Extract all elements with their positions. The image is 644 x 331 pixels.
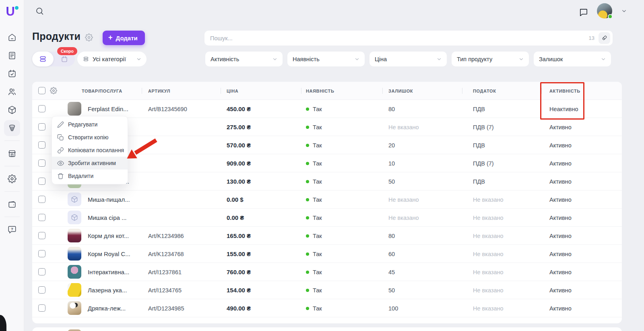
store-icon [8,149,17,158]
logo-dot [15,6,19,10]
row-checkbox[interactable] [38,178,45,185]
catalog-icon [8,106,17,114]
sidebar: U ? [0,0,24,331]
sidebar-item-support[interactable]: ? [4,221,20,238]
filter-dropdown[interactable]: Ціна [369,52,447,66]
add-product-button[interactable]: + Додати [103,31,145,45]
sidebar-item-wallet[interactable] [4,196,20,212]
table-row[interactable]: Ferplast Edin...Art/B12345690450.00 ₴Так… [32,100,622,118]
product-stock: 80 [388,100,395,118]
products-icon [8,124,17,132]
table-row[interactable]: Мишка сіра ...0.00 ₴ТакНе вказаноНе вказ… [32,209,622,227]
row-checkbox[interactable] [38,304,45,312]
sidebar-item-products[interactable] [4,120,20,136]
filter-dropdown[interactable]: Тип продукту [452,52,529,66]
list-icon [83,56,89,62]
product-availability: Так [306,190,322,209]
product-tax: ПДВ [473,136,485,154]
row-checkbox[interactable] [38,214,45,221]
table-row[interactable]: Миша-пищал...0.00 $ТакНе вказаноНе вказа… [32,190,622,209]
context-menu-item[interactable]: Редагувати [52,118,128,131]
product-price: 490.00 ₴ [227,299,251,317]
product-price: 165.00 ₴ [227,227,251,245]
table-row[interactable]: Лазерна ука...Art/I1234765154.00 ₴Так50Н… [32,281,622,299]
availability-dot [306,216,309,219]
product-activity: Неактивно [549,100,578,118]
availability-dot [306,289,309,292]
context-menu-item[interactable]: Зробити активним [52,157,128,170]
row-checkbox[interactable] [38,250,45,257]
link-icon [57,147,64,154]
row-checkbox[interactable] [38,141,45,149]
table-row[interactable]: Корм для кот...Art/K1234986165.00 ₴Так80… [32,227,622,245]
product-name: Миша-пищал... [88,190,130,209]
category-dropdown[interactable]: Усі категорії [77,52,147,66]
product-stock: 45 [388,263,395,281]
product-tax: Не вказано [473,190,504,209]
table-row[interactable]: Корм Royal C...Art/K1234768155.00 ₴Так60… [32,245,622,263]
filter-label: Тип продукту [457,56,518,62]
sidebar-divider [4,166,20,166]
sidebar-item-store[interactable] [4,145,20,161]
product-availability: Так [306,227,322,245]
filter-dropdown[interactable]: Активність [205,52,283,66]
row-checkbox[interactable] [38,123,45,130]
sidebar-nav: ? [0,29,24,238]
column-separator [221,88,221,94]
global-search-button[interactable] [35,7,44,15]
context-menu-item[interactable]: Копіювати посилання [52,144,128,157]
row-checkbox[interactable] [38,105,45,112]
product-activity: Активно [549,154,572,172]
sidebar-item-documents[interactable] [4,48,20,64]
chevron-down-icon [601,56,606,62]
column-header: ЗАЛИШОК [388,82,413,100]
chevron-down-icon [136,56,142,62]
table-settings-gear-icon[interactable] [50,87,57,94]
list-view-button[interactable] [32,52,54,66]
avatar[interactable] [597,3,612,19]
product-availability: Так [306,245,322,263]
trash-icon [57,173,64,180]
select-all-checkbox[interactable] [38,87,45,94]
product-price: 275.00 ₴ [227,118,251,136]
sidebar-item-home[interactable] [4,29,20,46]
search-input[interactable] [210,35,589,41]
row-checkbox[interactable] [38,159,45,167]
sidebar-item-calendar[interactable] [4,66,20,82]
row-checkbox[interactable] [38,286,45,294]
context-menu-item-label: Копіювати посилання [68,147,124,153]
row-checkbox[interactable] [38,268,45,275]
row-checkbox[interactable] [38,232,45,239]
sidebar-divider [4,191,20,192]
availability-dot [306,162,309,165]
product-article: Art/D1234985 [148,299,184,317]
next-table-row-partial [32,327,622,331]
availability-dot [306,198,309,201]
product-activity: Активно [549,281,572,299]
context-menu-item-label: Зробити активним [68,160,116,166]
context-menu-item[interactable]: Створити копію [52,131,128,144]
chevron-down-icon [354,56,360,62]
availability-dot [306,307,309,310]
clear-search-button[interactable] [599,32,610,44]
product-stock: 100 [388,299,398,317]
context-menu-item[interactable]: Видалити [52,170,128,182]
product-stock: Не вказано [388,209,419,227]
chat-icon[interactable] [579,8,588,17]
filter-dropdown[interactable]: Наявність [287,52,365,66]
table-row[interactable]: Дряпка-леж...Art/D1234985490.00 ₴Так100Н… [32,299,622,317]
home-icon [8,33,17,42]
column-header: АРТИКУЛ [148,82,170,100]
availability-dot [306,180,309,183]
table-row[interactable]: Інтерактивна...Art/I1237861760.00 ₴Так45… [32,263,622,281]
row-checkbox[interactable] [38,196,45,203]
app-logo[interactable]: U [5,4,19,19]
product-availability: Так [306,299,322,317]
sidebar-item-clients[interactable] [4,84,20,100]
filter-dropdown[interactable]: Залишок [534,52,611,66]
availability-dot [306,234,309,238]
sidebar-item-catalog[interactable] [4,102,20,118]
chevron-down-icon[interactable] [621,8,627,14]
page-settings-gear-icon[interactable] [85,33,93,41]
sidebar-item-settings[interactable] [4,171,20,187]
